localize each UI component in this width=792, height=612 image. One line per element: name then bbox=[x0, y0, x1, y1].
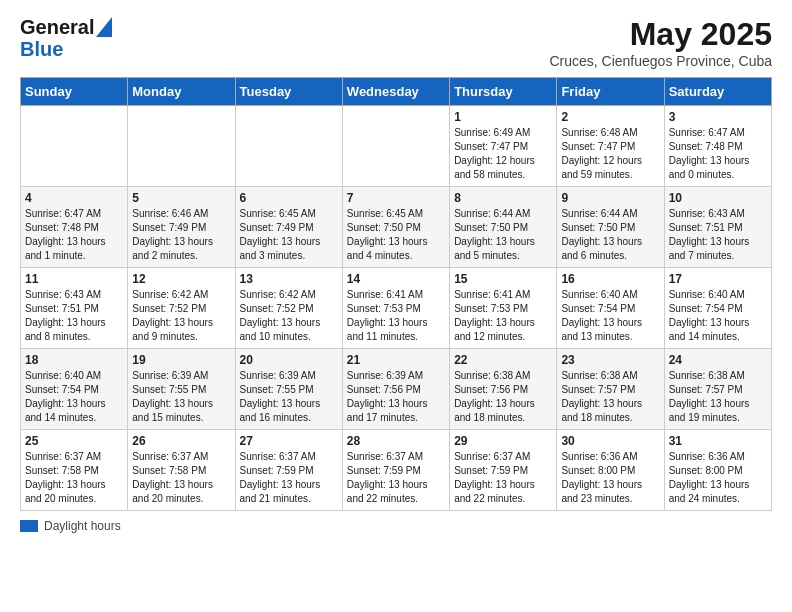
day-info: Sunrise: 6:42 AM Sunset: 7:52 PM Dayligh… bbox=[132, 288, 230, 344]
calendar-table: SundayMondayTuesdayWednesdayThursdayFrid… bbox=[20, 77, 772, 511]
col-header-saturday: Saturday bbox=[664, 78, 771, 106]
day-cell: 7Sunrise: 6:45 AM Sunset: 7:50 PM Daylig… bbox=[342, 187, 449, 268]
day-cell: 13Sunrise: 6:42 AM Sunset: 7:52 PM Dayli… bbox=[235, 268, 342, 349]
logo: General Blue bbox=[20, 16, 112, 60]
day-info: Sunrise: 6:43 AM Sunset: 7:51 PM Dayligh… bbox=[669, 207, 767, 263]
day-info: Sunrise: 6:40 AM Sunset: 7:54 PM Dayligh… bbox=[561, 288, 659, 344]
day-cell: 21Sunrise: 6:39 AM Sunset: 7:56 PM Dayli… bbox=[342, 349, 449, 430]
day-number: 24 bbox=[669, 353, 767, 367]
day-cell bbox=[21, 106, 128, 187]
logo-triangle-icon bbox=[96, 17, 112, 37]
footer-label: Daylight hours bbox=[44, 519, 121, 533]
logo-general: General bbox=[20, 16, 94, 38]
col-header-monday: Monday bbox=[128, 78, 235, 106]
day-info: Sunrise: 6:39 AM Sunset: 7:56 PM Dayligh… bbox=[347, 369, 445, 425]
day-number: 7 bbox=[347, 191, 445, 205]
day-cell: 20Sunrise: 6:39 AM Sunset: 7:55 PM Dayli… bbox=[235, 349, 342, 430]
day-cell: 4Sunrise: 6:47 AM Sunset: 7:48 PM Daylig… bbox=[21, 187, 128, 268]
day-info: Sunrise: 6:47 AM Sunset: 7:48 PM Dayligh… bbox=[25, 207, 123, 263]
day-cell: 23Sunrise: 6:38 AM Sunset: 7:57 PM Dayli… bbox=[557, 349, 664, 430]
day-number: 22 bbox=[454, 353, 552, 367]
footer-legend-box bbox=[20, 520, 38, 532]
day-info: Sunrise: 6:38 AM Sunset: 7:57 PM Dayligh… bbox=[561, 369, 659, 425]
day-number: 14 bbox=[347, 272, 445, 286]
day-info: Sunrise: 6:44 AM Sunset: 7:50 PM Dayligh… bbox=[561, 207, 659, 263]
day-info: Sunrise: 6:44 AM Sunset: 7:50 PM Dayligh… bbox=[454, 207, 552, 263]
day-cell: 25Sunrise: 6:37 AM Sunset: 7:58 PM Dayli… bbox=[21, 430, 128, 511]
day-info: Sunrise: 6:36 AM Sunset: 8:00 PM Dayligh… bbox=[561, 450, 659, 506]
day-number: 9 bbox=[561, 191, 659, 205]
day-cell: 16Sunrise: 6:40 AM Sunset: 7:54 PM Dayli… bbox=[557, 268, 664, 349]
day-number: 31 bbox=[669, 434, 767, 448]
day-number: 3 bbox=[669, 110, 767, 124]
day-info: Sunrise: 6:36 AM Sunset: 8:00 PM Dayligh… bbox=[669, 450, 767, 506]
day-number: 29 bbox=[454, 434, 552, 448]
day-number: 1 bbox=[454, 110, 552, 124]
day-number: 4 bbox=[25, 191, 123, 205]
day-cell: 10Sunrise: 6:43 AM Sunset: 7:51 PM Dayli… bbox=[664, 187, 771, 268]
day-number: 5 bbox=[132, 191, 230, 205]
day-number: 6 bbox=[240, 191, 338, 205]
day-cell: 2Sunrise: 6:48 AM Sunset: 7:47 PM Daylig… bbox=[557, 106, 664, 187]
day-info: Sunrise: 6:37 AM Sunset: 7:59 PM Dayligh… bbox=[240, 450, 338, 506]
col-header-wednesday: Wednesday bbox=[342, 78, 449, 106]
day-number: 21 bbox=[347, 353, 445, 367]
day-cell: 24Sunrise: 6:38 AM Sunset: 7:57 PM Dayli… bbox=[664, 349, 771, 430]
day-cell: 19Sunrise: 6:39 AM Sunset: 7:55 PM Dayli… bbox=[128, 349, 235, 430]
day-info: Sunrise: 6:46 AM Sunset: 7:49 PM Dayligh… bbox=[132, 207, 230, 263]
day-number: 27 bbox=[240, 434, 338, 448]
day-cell: 27Sunrise: 6:37 AM Sunset: 7:59 PM Dayli… bbox=[235, 430, 342, 511]
day-cell: 31Sunrise: 6:36 AM Sunset: 8:00 PM Dayli… bbox=[664, 430, 771, 511]
header: General Blue May 2025 Cruces, Cienfuegos… bbox=[20, 16, 772, 69]
week-row-2: 4Sunrise: 6:47 AM Sunset: 7:48 PM Daylig… bbox=[21, 187, 772, 268]
day-info: Sunrise: 6:43 AM Sunset: 7:51 PM Dayligh… bbox=[25, 288, 123, 344]
day-info: Sunrise: 6:41 AM Sunset: 7:53 PM Dayligh… bbox=[454, 288, 552, 344]
week-row-5: 25Sunrise: 6:37 AM Sunset: 7:58 PM Dayli… bbox=[21, 430, 772, 511]
day-cell bbox=[342, 106, 449, 187]
day-info: Sunrise: 6:49 AM Sunset: 7:47 PM Dayligh… bbox=[454, 126, 552, 182]
week-row-3: 11Sunrise: 6:43 AM Sunset: 7:51 PM Dayli… bbox=[21, 268, 772, 349]
subtitle: Cruces, Cienfuegos Province, Cuba bbox=[549, 53, 772, 69]
day-info: Sunrise: 6:40 AM Sunset: 7:54 PM Dayligh… bbox=[669, 288, 767, 344]
day-number: 30 bbox=[561, 434, 659, 448]
day-number: 16 bbox=[561, 272, 659, 286]
logo-blue: Blue bbox=[20, 38, 63, 60]
main-title: May 2025 bbox=[549, 16, 772, 53]
week-row-1: 1Sunrise: 6:49 AM Sunset: 7:47 PM Daylig… bbox=[21, 106, 772, 187]
svg-marker-0 bbox=[96, 17, 112, 37]
day-number: 13 bbox=[240, 272, 338, 286]
day-cell bbox=[128, 106, 235, 187]
footer: Daylight hours bbox=[20, 519, 772, 533]
day-number: 23 bbox=[561, 353, 659, 367]
day-number: 26 bbox=[132, 434, 230, 448]
day-info: Sunrise: 6:40 AM Sunset: 7:54 PM Dayligh… bbox=[25, 369, 123, 425]
day-cell: 9Sunrise: 6:44 AM Sunset: 7:50 PM Daylig… bbox=[557, 187, 664, 268]
day-info: Sunrise: 6:37 AM Sunset: 7:58 PM Dayligh… bbox=[132, 450, 230, 506]
day-number: 18 bbox=[25, 353, 123, 367]
day-number: 8 bbox=[454, 191, 552, 205]
col-header-thursday: Thursday bbox=[450, 78, 557, 106]
day-cell: 29Sunrise: 6:37 AM Sunset: 7:59 PM Dayli… bbox=[450, 430, 557, 511]
day-cell: 30Sunrise: 6:36 AM Sunset: 8:00 PM Dayli… bbox=[557, 430, 664, 511]
day-number: 10 bbox=[669, 191, 767, 205]
day-cell: 17Sunrise: 6:40 AM Sunset: 7:54 PM Dayli… bbox=[664, 268, 771, 349]
day-cell: 3Sunrise: 6:47 AM Sunset: 7:48 PM Daylig… bbox=[664, 106, 771, 187]
day-info: Sunrise: 6:37 AM Sunset: 7:59 PM Dayligh… bbox=[347, 450, 445, 506]
title-block: May 2025 Cruces, Cienfuegos Province, Cu… bbox=[549, 16, 772, 69]
day-info: Sunrise: 6:37 AM Sunset: 7:58 PM Dayligh… bbox=[25, 450, 123, 506]
day-info: Sunrise: 6:48 AM Sunset: 7:47 PM Dayligh… bbox=[561, 126, 659, 182]
day-number: 28 bbox=[347, 434, 445, 448]
day-cell: 18Sunrise: 6:40 AM Sunset: 7:54 PM Dayli… bbox=[21, 349, 128, 430]
day-info: Sunrise: 6:39 AM Sunset: 7:55 PM Dayligh… bbox=[240, 369, 338, 425]
day-number: 19 bbox=[132, 353, 230, 367]
day-number: 12 bbox=[132, 272, 230, 286]
week-row-4: 18Sunrise: 6:40 AM Sunset: 7:54 PM Dayli… bbox=[21, 349, 772, 430]
day-cell: 5Sunrise: 6:46 AM Sunset: 7:49 PM Daylig… bbox=[128, 187, 235, 268]
day-info: Sunrise: 6:37 AM Sunset: 7:59 PM Dayligh… bbox=[454, 450, 552, 506]
col-header-sunday: Sunday bbox=[21, 78, 128, 106]
day-cell: 1Sunrise: 6:49 AM Sunset: 7:47 PM Daylig… bbox=[450, 106, 557, 187]
day-cell: 26Sunrise: 6:37 AM Sunset: 7:58 PM Dayli… bbox=[128, 430, 235, 511]
day-cell: 15Sunrise: 6:41 AM Sunset: 7:53 PM Dayli… bbox=[450, 268, 557, 349]
day-number: 25 bbox=[25, 434, 123, 448]
day-cell bbox=[235, 106, 342, 187]
